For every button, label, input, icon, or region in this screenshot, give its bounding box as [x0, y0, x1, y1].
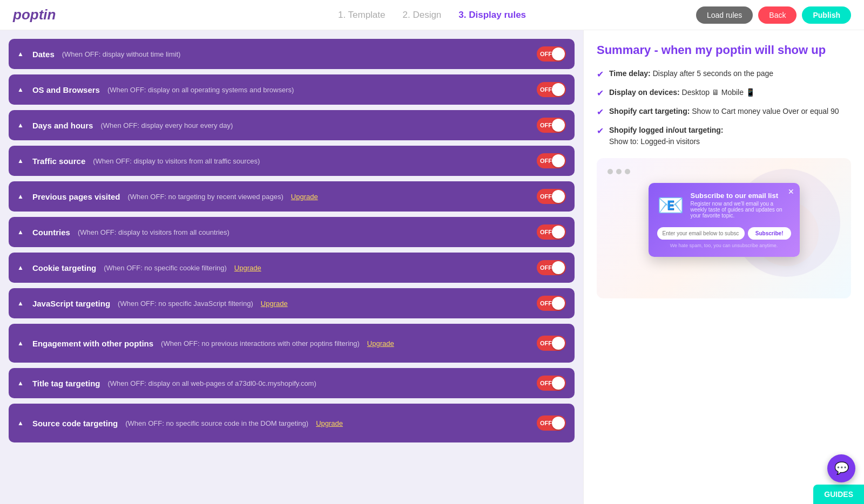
chat-button[interactable]: 💬	[827, 454, 855, 482]
row-title-3: Traffic source	[32, 156, 85, 166]
toggle-knob-7	[552, 297, 565, 310]
popup-inner: 📧 Subscribe to our email list Register n…	[649, 183, 800, 227]
accordion-row-left-4: ▲ Previous pages visited (When OFF: no t…	[17, 192, 537, 201]
publish-button[interactable]: Publish	[802, 6, 851, 24]
chevron-icon-7: ▲	[17, 299, 24, 307]
preview-dot-3	[625, 169, 630, 174]
accordion-row-9[interactable]: ▲ Title tag targeting (When OFF: display…	[9, 368, 575, 398]
chat-icon: 💬	[834, 461, 849, 475]
header-actions: Load rules Back Publish	[696, 6, 851, 24]
toggle-5[interactable]: OFF	[537, 224, 566, 240]
accordion-row-6[interactable]: ▲ Cookie targeting (When OFF: no specifi…	[9, 253, 575, 283]
accordion-row-2[interactable]: ▲ Days and hours (When OFF: display ever…	[9, 110, 575, 140]
row-title-1: OS and Browsers	[32, 85, 100, 94]
check-icon-4: ✔	[597, 126, 604, 136]
nav-steps: 1. Template 2. Design 3. Display rules	[338, 10, 526, 21]
step-display-rules[interactable]: 3. Display rules	[458, 10, 526, 21]
accordion-row-left-3: ▲ Traffic source (When OFF: display to v…	[17, 156, 537, 166]
row-subtitle-0: (When OFF: display without time limit)	[62, 50, 181, 58]
accordion-row-4[interactable]: ▲ Previous pages visited (When OFF: no t…	[9, 181, 575, 212]
row-subtitle-7: (When OFF: no specific JavaScript filter…	[118, 299, 253, 308]
toggle-wrap-2: OFF	[537, 118, 566, 133]
row-title-5: Countries	[32, 228, 70, 237]
row-title-8: Engagement with other poptins	[32, 339, 153, 348]
toggle-9[interactable]: OFF	[537, 376, 566, 391]
accordion-row-10[interactable]: ▲ Source code targeting (When OFF: no sp…	[9, 404, 575, 442]
header: poptin 1. Template 2. Design 3. Display …	[0, 0, 864, 30]
toggle-knob-4	[552, 190, 565, 203]
logo: poptin	[13, 6, 56, 23]
chevron-icon-5: ▲	[17, 228, 24, 236]
row-subtitle-2: (When OFF: display every hour every day)	[100, 121, 233, 130]
row-title-6: Cookie targeting	[32, 263, 96, 273]
accordion-row-5[interactable]: ▲ Countries (When OFF: display to visito…	[9, 217, 575, 247]
chevron-icon-9: ▲	[17, 379, 24, 387]
upgrade-link-10[interactable]: Upgrade	[316, 419, 343, 427]
accordion-row-0[interactable]: ▲ Dates (When OFF: display without time …	[9, 39, 575, 69]
toggle-3[interactable]: OFF	[537, 153, 566, 168]
preview-dot-2	[616, 169, 622, 174]
popup-form: Subscribe! We hate spam, too, you can un…	[649, 227, 800, 257]
chevron-icon-6: ▲	[17, 264, 24, 271]
toggle-4[interactable]: OFF	[537, 189, 566, 204]
row-title-7: JavaScript targeting	[32, 299, 110, 308]
step-design[interactable]: 2. Design	[403, 10, 442, 21]
popup-submit-button[interactable]: Subscribe!	[748, 227, 791, 240]
toggle-knob-9	[552, 377, 565, 390]
summary-item-cart: ✔ Shopify cart targeting: Show to Cart m…	[597, 106, 851, 117]
toggle-wrap-3: OFF	[537, 153, 566, 168]
toggle-10[interactable]: OFF	[537, 416, 566, 431]
row-subtitle-3: (When OFF: display to visitors from all …	[93, 157, 260, 165]
accordion-row-left-9: ▲ Title tag targeting (When OFF: display…	[17, 379, 537, 388]
popup-small-text: We hate spam, too, you can unsubscribe a…	[657, 243, 791, 248]
toggle-label-8: OFF	[540, 340, 552, 346]
popup-title: Subscribe to our email list	[691, 192, 791, 200]
row-subtitle-10: (When OFF: no specific source code in th…	[125, 419, 308, 427]
toggle-8[interactable]: OFF	[537, 336, 566, 351]
summary-text-2: Display on devices: Desktop 🖥 Mobile 📱	[609, 87, 755, 98]
toggle-label-5: OFF	[540, 229, 552, 235]
popup-form-row: Subscribe!	[657, 227, 791, 240]
accordion-row-3[interactable]: ▲ Traffic source (When OFF: display to v…	[9, 146, 575, 176]
logo-text: poptin	[13, 6, 56, 23]
row-subtitle-1: (When OFF: display on all operating syst…	[107, 86, 294, 94]
toggle-0[interactable]: OFF	[537, 46, 566, 62]
upgrade-link-6[interactable]: Upgrade	[234, 264, 261, 272]
toggle-knob-6	[552, 261, 565, 274]
accordion-row-left-10: ▲ Source code targeting (When OFF: no sp…	[17, 419, 537, 428]
row-subtitle-8: (When OFF: no previous interactions with…	[161, 339, 360, 348]
guides-button[interactable]: GUIDES	[813, 485, 864, 504]
row-title-4: Previous pages visited	[32, 192, 120, 201]
upgrade-link-8[interactable]: Upgrade	[367, 339, 394, 348]
toggle-label-0: OFF	[540, 51, 552, 57]
popup-email-input[interactable]	[657, 227, 745, 240]
preview-area: ✕ 📧 Subscribe to our email list Register…	[597, 158, 851, 298]
summary-item-time-delay: ✔ Time delay: Display after 5 seconds on…	[597, 68, 851, 79]
accordion-row-left-0: ▲ Dates (When OFF: display without time …	[17, 50, 537, 59]
popup-content: Subscribe to our email list Register now…	[691, 192, 791, 219]
toggle-knob-1	[552, 83, 565, 96]
chevron-icon-8: ▲	[17, 339, 24, 347]
toggle-knob-8	[552, 337, 565, 350]
upgrade-link-4[interactable]: Upgrade	[291, 193, 318, 201]
summary-title: Summary - when my poptin will show up	[597, 43, 851, 57]
upgrade-link-7[interactable]: Upgrade	[261, 299, 288, 308]
toggle-wrap-5: OFF	[537, 224, 566, 240]
toggle-wrap-8: OFF	[537, 336, 566, 351]
toggle-knob-3	[552, 154, 565, 167]
accordion-row-7[interactable]: ▲ JavaScript targeting (When OFF: no spe…	[9, 288, 575, 318]
toggle-1[interactable]: OFF	[537, 82, 566, 97]
toggle-knob-10	[552, 417, 565, 430]
accordion-row-1[interactable]: ▲ OS and Browsers (When OFF: display on …	[9, 74, 575, 105]
summary-text-3: Shopify cart targeting: Show to Cart mon…	[609, 106, 839, 117]
summary-item-devices: ✔ Display on devices: Desktop 🖥 Mobile 📱	[597, 87, 851, 98]
toggle-label-7: OFF	[540, 300, 552, 307]
back-button[interactable]: Back	[758, 6, 796, 24]
toggle-2[interactable]: OFF	[537, 118, 566, 133]
popup-close-icon[interactable]: ✕	[788, 187, 794, 196]
toggle-6[interactable]: OFF	[537, 260, 566, 275]
accordion-row-8[interactable]: ▲ Engagement with other poptins (When OF…	[9, 324, 575, 363]
load-rules-button[interactable]: Load rules	[696, 6, 753, 24]
toggle-7[interactable]: OFF	[537, 296, 566, 311]
step-template[interactable]: 1. Template	[338, 10, 386, 21]
